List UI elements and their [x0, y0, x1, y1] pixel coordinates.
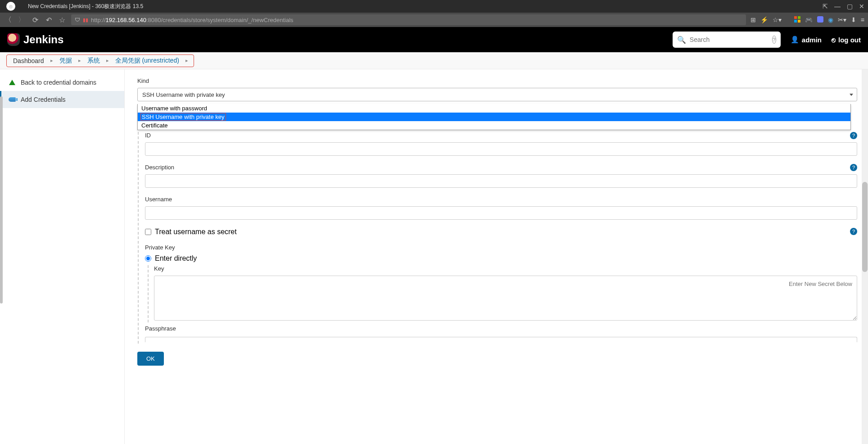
id-input[interactable]: [145, 142, 857, 156]
window-close-icon[interactable]: ✕: [859, 3, 864, 10]
browser-titlebar: ☻ New Credentials [Jenkins] - 360极速浏览器 1…: [0, 0, 868, 13]
description-input[interactable]: [145, 174, 857, 188]
ext-microsoft-icon[interactable]: [794, 16, 800, 24]
star-dropdown-icon[interactable]: ☆▾: [773, 16, 782, 23]
key-label: Key: [154, 265, 857, 272]
browser-app-icon: ☻: [6, 2, 15, 11]
translate-icon[interactable]: ⊞: [750, 16, 756, 23]
logout-link[interactable]: ⎋ log out: [832, 36, 861, 44]
jenkins-logo[interactable]: Jenkins: [7, 33, 63, 46]
kind-label: Kind: [137, 77, 857, 84]
ok-button[interactable]: OK: [137, 352, 164, 366]
treat-username-secret-label: Treat username as secret: [155, 228, 237, 236]
search-input[interactable]: [690, 36, 769, 43]
username-label: Username: [145, 196, 857, 203]
nav-reload-icon[interactable]: ⟳: [31, 16, 40, 24]
sidebar-item-back[interactable]: Back to credential domains: [0, 74, 124, 91]
user-link[interactable]: 👤 admin: [791, 36, 822, 44]
key-textarea[interactable]: [154, 276, 857, 321]
nav-back-icon[interactable]: 〈: [4, 15, 13, 25]
search-icon: 🔍: [677, 36, 686, 44]
ext-note-icon[interactable]: [817, 16, 823, 24]
sidebar-item-label: Add Credentials: [21, 96, 66, 103]
passphrase-label: Passphrase: [145, 325, 857, 332]
breadcrumb: Dashboard ▸ 凭据 ▸ 系统 ▸ 全局凭据 (unrestricted…: [0, 52, 868, 69]
ext-globe-icon[interactable]: ◉: [828, 16, 833, 23]
search-help-icon[interactable]: ?: [772, 36, 776, 44]
user-icon: 👤: [791, 36, 799, 44]
help-icon[interactable]: ?: [850, 164, 857, 171]
sidebar-item-add-credentials[interactable]: Add Credentials: [0, 91, 124, 108]
flash-icon[interactable]: ⚡: [760, 16, 768, 23]
sidebar: Back to credential domains Add Credentia…: [0, 69, 125, 444]
browser-tab-title: New Credentials [Jenkins] - 360极速浏览器 13.…: [28, 3, 823, 10]
window-pin-icon[interactable]: ⇱: [823, 3, 828, 10]
ext-game-icon[interactable]: 🎮: [805, 16, 813, 23]
logout-icon: ⎋: [832, 36, 836, 44]
help-icon[interactable]: ?: [850, 132, 857, 139]
search-box[interactable]: 🔍 ?: [673, 32, 781, 48]
browser-toolbar: 〈 〉 ⟳ ↶ ☆ 🛡 ▮▮ http://192.168.56.140:808…: [0, 13, 868, 27]
kind-option-username-password[interactable]: Username with password: [138, 104, 850, 113]
site-flag-icon: ▮▮: [83, 17, 88, 23]
window-minimize-icon[interactable]: —: [834, 3, 841, 10]
nav-favorite-icon[interactable]: ☆: [58, 16, 67, 24]
logout-label: log out: [838, 36, 861, 44]
kind-option-ssh-username-private-key[interactable]: SSH Username with private key: [138, 113, 850, 121]
chevron-right-icon: ▸: [104, 58, 111, 63]
url-text: http://192.168.56.140:8080/credentials/s…: [91, 17, 294, 23]
chevron-right-icon: ▸: [184, 58, 190, 63]
window-maximize-icon[interactable]: ▢: [847, 3, 853, 10]
right-scrollbar[interactable]: [862, 69, 868, 444]
treat-username-secret-checkbox[interactable]: [145, 229, 151, 235]
key-icon: [8, 95, 16, 104]
kind-selected-value: SSH Username with private key: [142, 91, 225, 98]
url-bar[interactable]: 🛡 ▮▮ http://192.168.56.140:8080/credenti…: [71, 14, 746, 25]
left-scrollbar[interactable]: [0, 96, 4, 444]
enter-directly-label: Enter directly: [155, 254, 197, 263]
nav-forward-icon[interactable]: 〉: [17, 15, 26, 25]
chevron-right-icon: ▸: [49, 58, 55, 63]
jenkins-product-name: Jenkins: [23, 33, 63, 46]
private-key-label: Private Key: [145, 244, 857, 251]
chevron-right-icon: ▸: [77, 58, 83, 63]
credential-fields: ? ID ? Description Username ? Treat user…: [138, 132, 857, 344]
jenkins-logo-icon: [7, 33, 20, 46]
jenkins-header: Jenkins 🔍 ? 👤 admin ⎋ log out: [0, 27, 868, 52]
crumb-global[interactable]: 全局凭据 (unrestricted): [113, 57, 182, 65]
svg-rect-1: [798, 16, 800, 19]
arrow-up-icon: [8, 78, 16, 86]
kind-dropdown: Username with password SSH Username with…: [137, 104, 851, 130]
svg-rect-2: [794, 20, 797, 23]
description-label: Description: [145, 164, 857, 171]
help-icon[interactable]: ?: [850, 228, 857, 235]
kind-option-certificate[interactable]: Certificate: [138, 121, 850, 130]
crumb-dashboard[interactable]: Dashboard: [10, 57, 47, 64]
site-security-icon: 🛡: [75, 17, 80, 23]
svg-rect-0: [794, 16, 797, 19]
svg-rect-3: [798, 20, 800, 23]
username-input[interactable]: [145, 206, 857, 220]
kind-select[interactable]: SSH Username with private key: [137, 88, 857, 101]
user-name: admin: [802, 36, 822, 44]
breadcrumb-highlight-box: Dashboard ▸ 凭据 ▸ 系统 ▸ 全局凭据 (unrestricted…: [6, 54, 194, 67]
passphrase-input[interactable]: [145, 337, 857, 342]
download-icon[interactable]: ⬇: [851, 16, 856, 23]
main-form: Kind SSH Username with private key Usern…: [125, 69, 868, 444]
scissors-icon[interactable]: ✂▾: [838, 16, 846, 23]
nav-undo-icon[interactable]: ↶: [44, 16, 53, 24]
id-label: ID: [145, 132, 857, 139]
enter-directly-radio[interactable]: [145, 255, 151, 262]
crumb-system[interactable]: 系统: [85, 57, 103, 65]
crumb-credentials[interactable]: 凭据: [57, 57, 75, 65]
menu-icon[interactable]: ≡: [861, 16, 864, 23]
sidebar-item-label: Back to credential domains: [21, 79, 96, 86]
